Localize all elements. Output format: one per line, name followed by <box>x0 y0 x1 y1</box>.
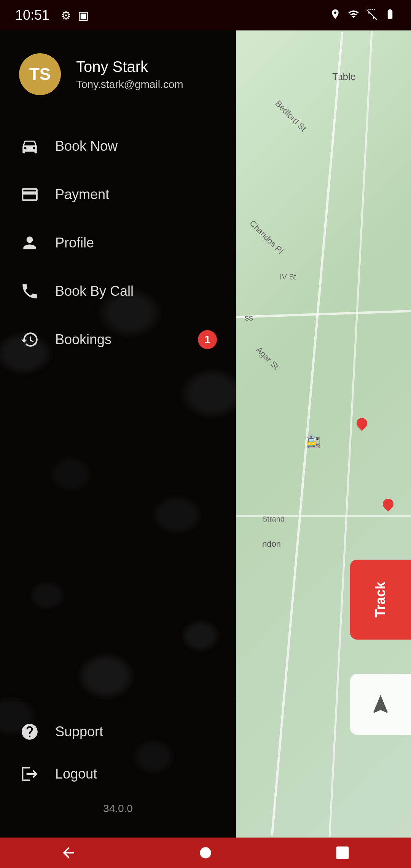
map-london-label2: ndon <box>262 539 281 549</box>
nav-item-profile[interactable]: Profile <box>0 219 236 267</box>
recents-button[interactable] <box>327 838 358 868</box>
nav-item-support[interactable]: Support <box>19 710 217 753</box>
track-button[interactable]: Track <box>350 560 411 640</box>
status-bar: 10:51 ⚙ ▣ <box>0 0 411 30</box>
back-button[interactable] <box>53 838 84 868</box>
bottom-section: Support Logout 34.0.0 <box>0 699 236 838</box>
logout-icon <box>19 763 40 784</box>
version-text: 34.0.0 <box>19 795 217 822</box>
wifi-icon <box>348 8 359 22</box>
user-info: Tony Stark Tony.stark@gmail.com <box>76 58 183 91</box>
location-icon <box>330 8 341 22</box>
nav-items-list: Book Now Payment Profile Book By Call <box>0 114 236 699</box>
map-street-label2: Chandos Pl <box>247 219 285 256</box>
settings-icon: ⚙ <box>61 9 71 22</box>
navigation-bar <box>0 838 411 868</box>
book-by-call-label: Book By Call <box>55 283 134 299</box>
profile-section: TS Tony Stark Tony.stark@gmail.com <box>0 30 236 114</box>
sim-icon: ▣ <box>78 9 89 22</box>
nav-item-payment[interactable]: Payment <box>0 170 236 219</box>
help-icon <box>19 721 40 742</box>
user-name: Tony Stark <box>76 58 183 75</box>
svg-point-0 <box>200 847 211 858</box>
map-label-table: Table <box>332 71 356 83</box>
side-drawer: TS Tony Stark Tony.stark@gmail.com Book … <box>0 30 236 838</box>
avatar: TS <box>19 53 61 95</box>
map-background: Bedford St Chandos Pl Agar St IV St Stra… <box>236 30 411 838</box>
support-label: Support <box>55 724 103 740</box>
phone-icon <box>19 281 40 302</box>
nav-item-book-now[interactable]: Book Now <box>0 122 236 170</box>
signal-icon <box>366 8 378 22</box>
bookings-label: Bookings <box>55 332 112 348</box>
battery-icon <box>384 8 396 22</box>
status-right-icons <box>330 8 396 22</box>
bookings-badge: 1 <box>198 330 217 349</box>
map-road-h2 <box>236 515 411 517</box>
card-icon <box>19 184 40 205</box>
navigation-icon <box>369 693 392 716</box>
logout-label: Logout <box>55 766 97 782</box>
avatar-initials: TS <box>29 65 51 84</box>
map-street-label: Bedford St <box>273 99 308 134</box>
map-street-label3: Agar St <box>254 345 281 372</box>
map-train-icon: 🚉 <box>306 434 321 448</box>
map-london-label: ss <box>245 313 253 323</box>
car-icon <box>19 136 40 156</box>
profile-label: Profile <box>55 235 94 251</box>
svg-rect-1 <box>336 847 349 859</box>
map-marker-1 <box>354 416 370 431</box>
track-button-label: Track <box>373 582 389 617</box>
payment-label: Payment <box>55 187 109 203</box>
location-button[interactable] <box>350 674 411 735</box>
map-street-label4: IV St <box>280 273 296 281</box>
nav-item-bookings[interactable]: Bookings 1 <box>0 315 236 364</box>
book-now-label: Book Now <box>55 138 118 154</box>
user-email: Tony.stark@gmail.com <box>76 78 183 91</box>
home-button[interactable] <box>190 838 221 868</box>
nav-item-logout[interactable]: Logout <box>19 753 217 795</box>
map-road-h1 <box>236 310 411 318</box>
status-time: 10:51 <box>15 7 49 23</box>
history-icon <box>19 329 40 350</box>
status-icons: ⚙ ▣ <box>61 9 89 22</box>
nav-item-book-by-call[interactable]: Book By Call <box>0 267 236 315</box>
person-icon <box>19 232 40 253</box>
map-marker-2 <box>381 496 396 512</box>
